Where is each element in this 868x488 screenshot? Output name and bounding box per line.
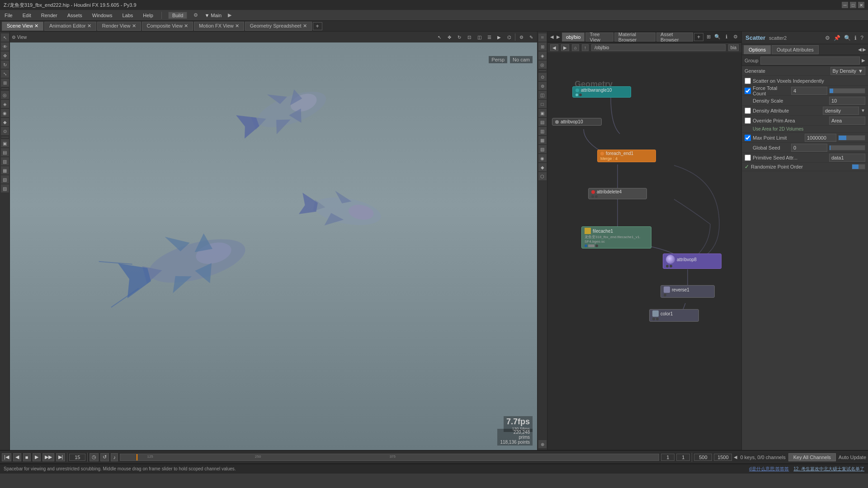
global-seed-input[interactable] [791,144,827,152]
randomize-checkmark[interactable]: ✓ [745,164,749,170]
prim-seed-check[interactable] [745,155,751,161]
vp-right-10[interactable]: ▤ [538,118,547,126]
key-all-channels-button[interactable]: Key All Channels [788,453,836,461]
vp-right-1[interactable]: ⌗ [538,33,547,42]
tool-a[interactable]: ▣ [1,139,9,147]
vp-right-9[interactable]: ▣ [538,109,547,117]
minimize-button[interactable]: ─ [842,2,848,8]
tl-audio[interactable]: ♪ [111,453,118,461]
tab-scene-view[interactable]: Scene View ✕ [2,22,43,31]
tool-b[interactable]: ▤ [1,148,9,156]
network-nav-back[interactable]: ◀ [549,34,555,39]
close-button[interactable]: ✕ [858,2,864,8]
props-icon-pin[interactable]: 📌 [833,34,841,42]
vp-icon-10[interactable]: ✎ [527,33,535,41]
view-tool[interactable]: 👁 [1,42,9,51]
vp-right-11[interactable]: ▥ [538,127,547,135]
vp-right-2[interactable]: ⊞ [538,42,547,51]
vp-icon-4[interactable]: ⊡ [465,33,473,41]
path-nav-forward[interactable]: ▶ [561,44,569,51]
force-total-count-check[interactable] [745,88,751,94]
vp-icon-6[interactable]: ☰ [485,33,493,41]
vp-icon-1[interactable]: ↖ [435,33,443,41]
path-bia[interactable]: bia [728,44,739,51]
node-attribwrangle10[interactable]: attribwrangle10 [572,86,631,98]
net-icon-4[interactable]: ⚙ [731,33,740,41]
vp-right-4[interactable]: ◎ [538,61,547,69]
override-prim-area-input[interactable] [829,117,865,125]
force-total-count-slider[interactable] [829,88,865,94]
vp-icon-8[interactable]: ⌬ [505,33,513,41]
vp-icon-7[interactable]: ▶ [495,33,503,41]
tl-play[interactable]: ▶ [33,453,41,461]
props-icon-help[interactable]: ? [859,34,864,42]
menu-help[interactable]: Help [141,12,155,19]
menu-windows[interactable]: Windows [90,12,114,19]
scatter-voxels-check[interactable] [745,78,751,84]
channel-nav-back[interactable]: ◀ [734,455,737,460]
frame-end-range[interactable]: 1 [676,454,690,461]
vp-icon-5[interactable]: ◫ [475,33,483,41]
menu-render[interactable]: Render [39,12,59,19]
path-home[interactable]: ⌂ [572,44,579,51]
vp-right-7[interactable]: ◫ [538,91,547,99]
prop-use-area[interactable]: Use Area for 2D Volumes [742,126,868,133]
vp-icon-9[interactable]: ⚙ [517,33,525,41]
tl-stop[interactable]: ■ [23,453,31,461]
paint-tool[interactable]: ◉ [1,109,9,117]
group-input[interactable] [760,56,860,65]
transform-tool[interactable]: ⊞ [1,79,9,87]
node-filecache1[interactable]: filecache1 龙鱼变318_fbx_end.filecache1_v1.… [581,226,651,249]
group-arrow[interactable]: ▶ [862,58,865,63]
density-attr-check[interactable] [745,108,751,114]
network-tab-add[interactable]: + [694,33,703,41]
rotate-tool[interactable]: ↻ [1,61,9,69]
max-point-limit-input[interactable] [805,134,836,142]
window-controls[interactable]: ─ □ ✕ [842,2,864,8]
vp-right-5[interactable]: ⊙ [538,73,547,81]
net-icon-1[interactable]: ⊞ [704,33,712,41]
tl-skip-end[interactable]: ▶| [56,453,66,461]
timeline-track[interactable]: 125 250 375 [120,454,660,461]
props-icon-search[interactable]: 🔍 [843,34,852,42]
vp-right-14[interactable]: ◉ [538,154,547,162]
network-tab-asset[interactable]: Asset Browser [656,33,693,42]
network-nav-forward[interactable]: ▶ [556,34,561,39]
end-frame2-display[interactable]: 1500 [714,454,732,461]
node-foreach-end1[interactable]: foreach_end1 Merge : 4 [597,150,656,162]
global-seed-slider[interactable] [829,145,865,150]
menu-file[interactable]: File [3,12,14,19]
props-tab-options[interactable]: Options [744,45,771,54]
generate-dropdown[interactable]: By Density ▼ [830,67,865,75]
tab-composite-view[interactable]: Composite View ✕ [142,22,193,31]
maximize-button[interactable]: □ [850,2,856,8]
menu-labs[interactable]: Labs [120,12,135,19]
vp-right-8[interactable]: □ [538,100,547,108]
network-content[interactable]: Geometry [547,52,741,450]
props-tab-arrow-left[interactable]: ◀ [858,47,862,52]
network-tab-obj[interactable]: obj/bio [562,33,585,42]
vp-right-3[interactable]: ◈ [538,52,547,60]
density-attr-input[interactable] [823,107,859,115]
node-color1[interactable]: color1 [649,309,699,322]
tl-loop[interactable]: ↺ [100,453,109,461]
tl-realtime[interactable]: ◷ [90,453,99,461]
props-tab-arrow-right[interactable]: ▶ [863,47,866,52]
viewport[interactable]: Persp No cam [10,42,537,450]
tool-c[interactable]: ▥ [1,157,9,165]
tab-animation-editor[interactable]: Animation Editor ✕ [44,22,96,31]
max-point-limit-slider[interactable] [838,135,865,141]
current-frame-display[interactable]: 15 [69,454,85,461]
props-icon-gear[interactable]: ⚙ [824,34,831,42]
tl-skip-start[interactable]: |◀ [2,453,11,461]
magnet-tool[interactable]: ◈ [1,100,9,108]
props-tab-output-attrs[interactable]: Output Attributes [772,45,819,54]
tab-geometry-spreadsheet[interactable]: Geometry Spreadsheet ✕ [245,22,312,31]
tool-d[interactable]: ▦ [1,166,9,174]
vp-icon-3[interactable]: ↻ [455,33,463,41]
density-scale-input[interactable] [829,97,865,105]
net-icon-3[interactable]: ℹ [722,33,731,41]
node-attribvop10[interactable]: attribvop10 [552,118,602,126]
density-attr-arrow[interactable]: ▼ [861,108,865,113]
prim-seed-input[interactable] [829,154,865,162]
